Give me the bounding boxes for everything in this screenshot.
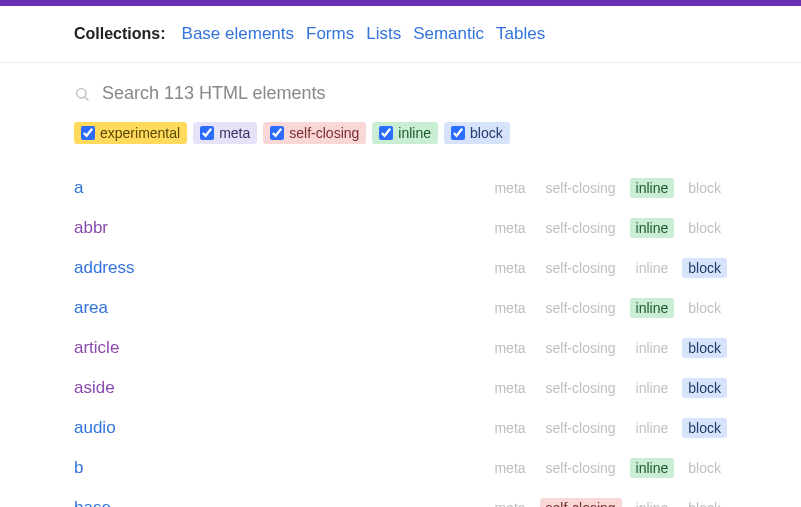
element-link-base[interactable]: base [74,498,111,507]
filter-label-inline: inline [398,125,431,141]
nav-link-lists[interactable]: Lists [366,24,401,44]
badge-meta: meta [488,378,531,398]
element-row: asidemetaself-closinginlineblock [74,368,727,408]
badge-meta: meta [488,298,531,318]
badge-group: metaself-closinginlineblock [488,338,727,358]
badge-selfclosing: self-closing [540,178,622,198]
element-row: ametaself-closinginlineblock [74,168,727,208]
badge-inline: inline [630,218,675,238]
badge-group: metaself-closinginlineblock [488,298,727,318]
filter-block[interactable]: block [444,122,510,144]
element-link-aside[interactable]: aside [74,378,115,398]
filter-experimental[interactable]: experimental [74,122,187,144]
badge-meta: meta [488,178,531,198]
filter-checkbox-selfclosing[interactable] [270,126,284,140]
element-link-address[interactable]: address [74,258,134,278]
header-bar: Collections: Base elements Forms Lists S… [0,6,801,63]
badge-block: block [682,458,727,478]
element-row: audiometaself-closinginlineblock [74,408,727,448]
badge-selfclosing: self-closing [540,218,622,238]
element-row: addressmetaself-closinginlineblock [74,248,727,288]
element-row: areametaself-closinginlineblock [74,288,727,328]
element-link-area[interactable]: area [74,298,108,318]
badge-inline: inline [630,298,675,318]
badge-meta: meta [488,418,531,438]
filter-row: experimentalmetaself-closinginlineblock [74,122,727,144]
badge-inline: inline [630,458,675,478]
badge-selfclosing: self-closing [540,338,622,358]
badge-group: metaself-closinginlineblock [488,458,727,478]
search-input[interactable] [102,83,727,104]
search-icon [74,86,90,102]
badge-inline: inline [630,178,675,198]
nav-link-tables[interactable]: Tables [496,24,545,44]
badge-meta: meta [488,338,531,358]
badge-group: metaself-closinginlineblock [488,418,727,438]
badge-selfclosing: self-closing [540,378,622,398]
filter-label-selfclosing: self-closing [289,125,359,141]
filter-inline[interactable]: inline [372,122,438,144]
badge-inline: inline [630,338,675,358]
badge-group: metaself-closinginlineblock [488,498,727,507]
element-link-abbr[interactable]: abbr [74,218,108,238]
badge-block: block [682,218,727,238]
nav-link-semantic[interactable]: Semantic [413,24,484,44]
filter-selfclosing[interactable]: self-closing [263,122,366,144]
filter-label-experimental: experimental [100,125,180,141]
element-link-b[interactable]: b [74,458,83,478]
badge-meta: meta [488,258,531,278]
badge-meta: meta [488,498,531,507]
nav-link-forms[interactable]: Forms [306,24,354,44]
badge-group: metaself-closinginlineblock [488,378,727,398]
filter-meta[interactable]: meta [193,122,257,144]
badge-inline: inline [630,378,675,398]
badge-inline: inline [630,418,675,438]
element-list: ametaself-closinginlineblockabbrmetaself… [74,168,727,507]
badge-selfclosing: self-closing [540,298,622,318]
element-link-a[interactable]: a [74,178,83,198]
filter-checkbox-block[interactable] [451,126,465,140]
badge-selfclosing: self-closing [540,498,622,507]
element-row: articlemetaself-closinginlineblock [74,328,727,368]
nav-link-base-elements[interactable]: Base elements [182,24,294,44]
badge-meta: meta [488,458,531,478]
badge-block: block [682,338,727,358]
filter-checkbox-inline[interactable] [379,126,393,140]
badge-selfclosing: self-closing [540,418,622,438]
badge-group: metaself-closinginlineblock [488,178,727,198]
element-link-audio[interactable]: audio [74,418,116,438]
filter-label-block: block [470,125,503,141]
badge-group: metaself-closinginlineblock [488,218,727,238]
badge-block: block [682,178,727,198]
badge-inline: inline [630,498,675,507]
badge-selfclosing: self-closing [540,258,622,278]
badge-block: block [682,418,727,438]
collections-label: Collections: [74,25,166,43]
badge-group: metaself-closinginlineblock [488,258,727,278]
filter-label-meta: meta [219,125,250,141]
badge-block: block [682,378,727,398]
element-row: basemetaself-closinginlineblock [74,488,727,507]
badge-block: block [682,258,727,278]
badge-meta: meta [488,218,531,238]
element-row: abbrmetaself-closinginlineblock [74,208,727,248]
svg-line-1 [85,97,88,100]
element-row: bmetaself-closinginlineblock [74,448,727,488]
badge-selfclosing: self-closing [540,458,622,478]
element-link-article[interactable]: article [74,338,119,358]
badge-block: block [682,298,727,318]
badge-inline: inline [630,258,675,278]
search-row [74,83,727,104]
badge-block: block [682,498,727,507]
filter-checkbox-meta[interactable] [200,126,214,140]
main-content: experimentalmetaself-closinginlineblock … [0,63,801,507]
filter-checkbox-experimental[interactable] [81,126,95,140]
